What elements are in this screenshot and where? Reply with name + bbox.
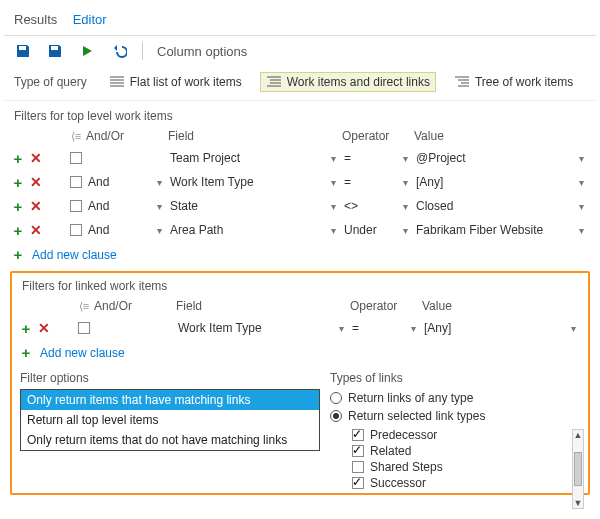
undo-icon[interactable]	[110, 42, 128, 60]
chevron-down-icon: ▾	[575, 201, 584, 212]
link-type-checkbox[interactable]	[352, 477, 364, 489]
field-value: Work Item Type	[178, 321, 262, 335]
scroll-thumb[interactable]	[574, 452, 582, 486]
link-type-checkbox[interactable]	[352, 461, 364, 473]
value-text: [Any]	[424, 321, 451, 335]
clause-row: + ✕ And ▾ State ▾ <> ▾ Closed	[4, 194, 596, 218]
operator-dropdown[interactable]: <> ▾	[344, 199, 412, 213]
add-row-icon[interactable]: +	[10, 174, 26, 191]
add-clause-linked[interactable]: + Add new clause	[12, 340, 588, 365]
add-row-icon[interactable]: +	[10, 198, 26, 215]
header-field: Field	[176, 299, 350, 313]
value-dropdown[interactable]: @Project ▾	[416, 151, 588, 165]
group-checkbox[interactable]	[70, 176, 82, 188]
chevron-down-icon: ▾	[399, 225, 408, 236]
chevron-down-icon: ▾	[407, 323, 416, 334]
andor-dropdown[interactable]: And ▾	[88, 175, 166, 189]
link-type-checkbox[interactable]	[352, 429, 364, 441]
filter-options-title: Filter options	[20, 367, 320, 389]
header-andor: And/Or	[94, 299, 176, 313]
andor-dropdown[interactable]: And ▾	[88, 199, 166, 213]
group-checkbox[interactable]	[78, 322, 90, 334]
operator-value: =	[344, 151, 351, 165]
group-checkbox[interactable]	[70, 200, 82, 212]
andor-value: And	[88, 199, 109, 213]
chevron-down-icon: ▾	[153, 201, 162, 212]
operator-dropdown[interactable]: = ▾	[344, 175, 412, 189]
tab-results[interactable]: Results	[12, 8, 67, 33]
header-value: Value	[414, 129, 590, 143]
save-as-icon[interactable]	[46, 42, 64, 60]
field-dropdown[interactable]: Area Path ▾	[170, 223, 340, 237]
query-type-direct[interactable]: Work items and direct links	[260, 72, 436, 92]
scrollbar[interactable]: ▲ ▼	[572, 429, 584, 509]
field-dropdown[interactable]: Work Item Type ▾	[170, 175, 340, 189]
field-value: Team Project	[170, 151, 240, 165]
header-operator: Operator	[350, 299, 422, 313]
tree-icon	[454, 75, 470, 89]
value-dropdown[interactable]: Closed ▾	[416, 199, 588, 213]
add-row-icon[interactable]: +	[10, 150, 26, 167]
filter-option-item[interactable]: Only return items that have matching lin…	[21, 390, 319, 410]
delete-row-icon[interactable]: ✕	[28, 174, 44, 190]
delete-row-icon[interactable]: ✕	[28, 198, 44, 214]
value-dropdown[interactable]: [Any] ▾	[416, 175, 588, 189]
field-value: Work Item Type	[170, 175, 254, 189]
chevron-down-icon: ▾	[575, 153, 584, 164]
field-dropdown[interactable]: Team Project ▾	[170, 151, 340, 165]
add-row-icon[interactable]: +	[10, 222, 26, 239]
toolbar-separator	[142, 42, 143, 60]
link-type-item[interactable]: Related	[352, 443, 580, 459]
chevron-down-icon: ▾	[575, 225, 584, 236]
chevron-down-icon: ▾	[327, 177, 336, 188]
add-row-icon[interactable]: +	[18, 320, 34, 337]
top-filters-title: Filters for top level work items	[4, 101, 596, 127]
link-type-label: Predecessor	[370, 428, 437, 442]
operator-dropdown[interactable]: = ▾	[344, 151, 412, 165]
value-text: @Project	[416, 151, 466, 165]
delete-row-icon[interactable]: ✕	[28, 222, 44, 238]
group-checkbox[interactable]	[70, 152, 82, 164]
radio-any-label: Return links of any type	[348, 391, 473, 405]
radio-selected-types[interactable]: Return selected link types	[330, 407, 580, 425]
field-dropdown[interactable]: State ▾	[170, 199, 340, 213]
column-options-button[interactable]: Column options	[157, 44, 247, 59]
andor-value: And	[88, 175, 109, 189]
delete-row-icon[interactable]: ✕	[36, 320, 52, 336]
field-dropdown[interactable]: Work Item Type ▾	[178, 321, 348, 335]
link-type-checkbox[interactable]	[352, 445, 364, 457]
operator-dropdown[interactable]: Under ▾	[344, 223, 412, 237]
query-type-flat[interactable]: Flat list of work items	[103, 72, 248, 92]
header-field: Field	[168, 129, 342, 143]
scroll-up-icon[interactable]: ▲	[574, 430, 583, 440]
query-type-tree[interactable]: Tree of work items	[448, 72, 579, 92]
filter-options-list[interactable]: Only return items that have matching lin…	[20, 389, 320, 451]
radio-any-type[interactable]: Return links of any type	[330, 389, 580, 407]
filter-option-item[interactable]: Only return items that do not have match…	[21, 430, 319, 450]
scroll-down-icon[interactable]: ▼	[574, 498, 583, 508]
value-dropdown[interactable]: [Any] ▾	[424, 321, 580, 335]
tab-editor[interactable]: Editor	[71, 8, 117, 33]
link-type-item[interactable]: Predecessor	[352, 427, 580, 443]
filter-option-item[interactable]: Return all top level items	[21, 410, 319, 430]
link-type-item[interactable]: Shared Steps	[352, 459, 580, 475]
link-type-item[interactable]: Successor	[352, 475, 580, 491]
run-icon[interactable]	[78, 42, 96, 60]
add-clause-top[interactable]: + Add new clause	[4, 242, 596, 267]
value-text: [Any]	[416, 175, 443, 189]
chevron-down-icon: ▾	[327, 201, 336, 212]
value-dropdown[interactable]: Fabrikam Fiber Website ▾	[416, 223, 588, 237]
radio-selected-label: Return selected link types	[348, 409, 485, 423]
group-checkbox[interactable]	[70, 224, 82, 236]
delete-row-icon[interactable]: ✕	[28, 150, 44, 166]
andor-dropdown[interactable]: And ▾	[88, 223, 166, 237]
save-icon[interactable]	[14, 42, 32, 60]
group-icon: ⟨≡	[71, 130, 81, 143]
field-value: State	[170, 199, 198, 213]
link-type-label: Related	[370, 444, 411, 458]
flat-list-icon	[109, 75, 125, 89]
query-type-tree-label: Tree of work items	[475, 75, 573, 89]
operator-dropdown[interactable]: = ▾	[352, 321, 420, 335]
chevron-down-icon: ▾	[567, 323, 576, 334]
chevron-down-icon: ▾	[399, 201, 408, 212]
